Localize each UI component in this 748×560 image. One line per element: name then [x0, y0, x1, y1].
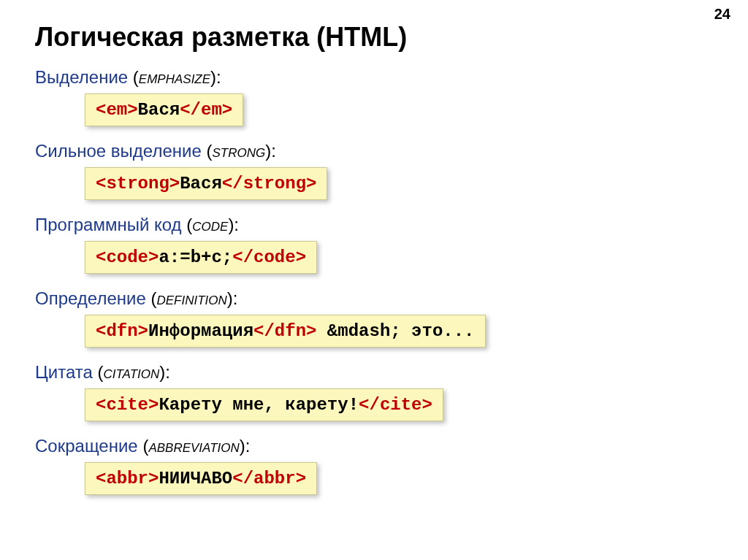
label-eng: strong [212, 141, 265, 161]
slide-content: Логическая разметка (HTML) Выделение (em… [0, 0, 748, 499]
label-native: Сокращение [35, 436, 138, 456]
label-eng: abbreviation [148, 436, 239, 456]
page-number: 24 [714, 6, 730, 23]
label-eng: definition [156, 288, 226, 308]
label-native: Сильное выделение [35, 141, 202, 161]
code-example-em: <em>Вася</em> [85, 93, 243, 126]
code-example-dfn: <dfn>Информация</dfn> &mdash; это... [85, 315, 486, 348]
label-native: Определение [35, 288, 146, 308]
section-label-abbreviation: Сокращение (abbreviation): [35, 436, 713, 456]
section-label-strong: Сильное выделение (strong): [35, 141, 713, 161]
section-label-definition: Определение (definition): [35, 288, 713, 309]
code-example-cite: <cite>Карету мне, карету!</cite> [85, 388, 443, 421]
code-example-strong: <strong>Вася</strong> [85, 167, 327, 200]
label-eng: code [192, 215, 228, 234]
label-eng: emphasize [139, 67, 210, 87]
label-eng: citation [103, 362, 159, 382]
label-native: Выделение [35, 67, 128, 87]
section-label-emphasize: Выделение (emphasize): [35, 67, 713, 88]
code-example-code: <code>a:=b+c;</code> [85, 241, 317, 274]
section-label-citation: Цитата (citation): [35, 362, 713, 383]
label-native: Программный код [35, 215, 182, 234]
section-label-code: Программный код (code): [35, 215, 713, 235]
slide-title: Логическая разметка (HTML) [35, 22, 713, 53]
label-native: Цитата [35, 362, 93, 382]
code-example-abbr: <abbr>НИИЧАВО</abbr> [85, 462, 317, 495]
